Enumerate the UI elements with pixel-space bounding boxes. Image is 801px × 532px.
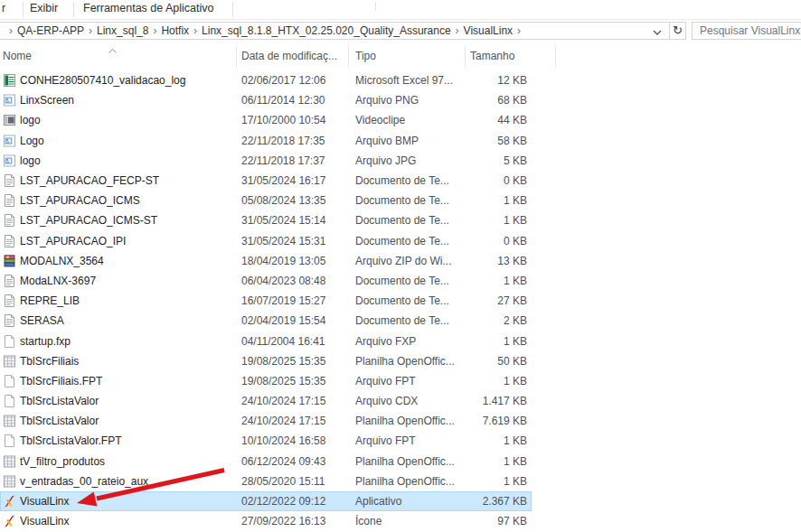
name-cell: LST_APURACAO_ICMS <box>20 194 241 207</box>
column-separator[interactable] <box>348 45 349 67</box>
column-separator[interactable] <box>555 45 556 67</box>
type-cell: Documento de Te... <box>355 235 465 247</box>
table-row[interactable]: LinxScreen06/11/2014 12:30Arquivo PNG68 … <box>0 90 532 110</box>
table-row[interactable]: tV_filtro_produtos06/12/2024 09:43Planil… <box>0 452 532 471</box>
type-cell: Planilha OpenOffic... <box>355 455 465 468</box>
table-row[interactable]: ModaLNX-369706/04/2023 08:48Documento de… <box>0 271 532 291</box>
type-cell: Arquivo JPG <box>355 154 465 167</box>
table-row[interactable]: TblSrcListaValor24/10/2024 17:15Planilha… <box>0 411 532 431</box>
date-cell: 10/10/2024 16:58 <box>241 434 355 447</box>
table-row[interactable]: TblSrcFiliais.FPT19/08/2025 15:35Arquivo… <box>0 371 532 391</box>
table-row[interactable]: SERASA02/04/2019 15:54Documento de Te...… <box>0 311 532 331</box>
breadcrumb-separator: › <box>9 24 13 37</box>
menu-item-ferramentas-de-aplicativo[interactable]: Ferramentas de Aplicativo <box>83 1 214 15</box>
date-cell: 18/04/2019 13:05 <box>241 255 355 267</box>
table-row[interactable]: LST_APURACAO_ICMS05/08/2024 13:35Documen… <box>0 191 532 210</box>
name-cell: v_entradas_00_rateio_aux <box>20 475 241 488</box>
size-cell: 1 KB <box>465 434 527 447</box>
type-cell: Arquivo BMP <box>355 135 465 147</box>
date-cell: 22/11/2018 17:35 <box>241 135 355 147</box>
table-row[interactable]: TblSrcListaValor.FPT10/10/2024 16:58Arqu… <box>0 431 532 451</box>
blank-icon <box>0 395 20 407</box>
name-cell: TblSrcListaValor <box>20 415 241 427</box>
date-cell: 19/08/2025 15:35 <box>241 355 355 368</box>
date-cell: 19/08/2025 15:35 <box>241 375 355 387</box>
type-cell: Documento de Te... <box>355 294 465 307</box>
size-cell: 7.619 KB <box>465 415 527 427</box>
table-row[interactable]: LST_APURACAO_IPI31/05/2024 15:31Document… <box>0 231 532 251</box>
calc-icon <box>0 455 20 468</box>
type-cell: Planilha OpenOffic... <box>355 415 465 427</box>
table-row[interactable]: LST_APURACAO_ICMS-ST31/05/2024 15:14Docu… <box>0 210 532 230</box>
size-cell: 13 KB <box>465 255 527 267</box>
textdoc-icon <box>0 314 20 327</box>
table-row[interactable]: VisualLinx27/09/2022 16:13Ícone97 KB <box>0 511 532 531</box>
menu-divider <box>232 2 233 17</box>
type-cell: Documento de Te... <box>355 194 465 207</box>
breadcrumb: ›QA-ERP-APP›Linx_sql_8›Hotfix›Linx_sql_8… <box>5 23 525 39</box>
name-cell: tV_filtro_produtos <box>20 455 241 468</box>
size-cell: 1 KB <box>465 214 527 227</box>
calc-icon <box>0 415 20 427</box>
date-cell: 17/10/2000 10:54 <box>241 114 355 126</box>
table-row[interactable]: TblSrcFiliais19/08/2025 15:35Planilha Op… <box>0 351 532 371</box>
breadcrumb-item[interactable]: Linx_sql_8 <box>97 24 148 37</box>
refresh-icon: ↻ <box>673 23 683 37</box>
menu-item-exibir[interactable]: Exibir <box>30 1 58 15</box>
table-row[interactable]: LST_APURACAO_FECP-ST31/05/2024 16:17Docu… <box>0 171 532 191</box>
type-cell: Documento de Te... <box>355 314 465 327</box>
size-cell: 68 KB <box>465 94 527 107</box>
size-cell: 5 KB <box>465 154 527 167</box>
breadcrumb-item[interactable]: Hotfix <box>161 24 189 37</box>
winrar-icon <box>0 255 20 267</box>
date-cell: 02/12/2022 09:12 <box>241 495 355 508</box>
size-cell: 1 KB <box>465 275 527 287</box>
image-icon <box>0 94 20 107</box>
date-cell: 06/04/2023 08:48 <box>241 275 355 287</box>
search-input[interactable] <box>692 22 801 40</box>
type-cell: Documento de Te... <box>355 214 465 227</box>
breadcrumb-item[interactable]: Linx_sql_8.1.8_HTX_02.25.020_Quality_Ass… <box>202 24 451 37</box>
size-cell: 50 KB <box>465 355 527 368</box>
date-cell: 27/09/2022 16:13 <box>241 515 355 527</box>
type-cell: Arquivo ZIP do Wi... <box>355 255 465 267</box>
name-cell: VisualLinx <box>20 495 241 508</box>
table-row[interactable]: v_entradas_00_rateio_aux28/05/2020 15:11… <box>0 471 532 491</box>
column-header-data[interactable]: Data de modificaç... <box>241 43 337 69</box>
size-cell: 12 KB <box>465 74 527 87</box>
column-header-tamanho[interactable]: Tamanho <box>470 43 514 69</box>
size-cell: 58 KB <box>465 135 527 147</box>
name-cell: TblSrcListaValor.FPT <box>20 434 241 447</box>
date-cell: 31/05/2024 15:31 <box>241 235 355 247</box>
table-row[interactable]: VisualLinx02/12/2022 09:12Aplicativo2.36… <box>0 491 532 511</box>
name-cell: LST_APURACAO_IPI <box>20 235 241 247</box>
blank-icon <box>0 335 20 348</box>
date-cell: 02/04/2019 15:54 <box>241 314 355 327</box>
type-cell: Ícone <box>355 515 465 527</box>
table-row[interactable]: TblSrcListaValor24/10/2024 17:15Arquivo … <box>0 391 532 411</box>
refresh-button[interactable]: ↻ <box>670 23 685 39</box>
menu-item-fragment[interactable]: r <box>2 1 5 15</box>
name-cell: CONHE280507410_validacao_log <box>20 74 241 87</box>
table-row[interactable]: startup.fxp04/11/2004 16:41Arquivo FXP1 … <box>0 331 532 350</box>
table-row[interactable]: MODALNX_356418/04/2019 13:05Arquivo ZIP … <box>0 251 532 271</box>
size-cell: 97 KB <box>465 515 527 527</box>
table-row[interactable]: REPRE_LIB16/07/2019 15:27Documento de Te… <box>0 291 532 311</box>
table-row[interactable]: logo17/10/2000 10:54Videoclipe44 KB <box>0 110 532 130</box>
column-header-tipo[interactable]: Tipo <box>355 43 376 69</box>
breadcrumb-item[interactable]: QA-ERP-APP <box>17 24 84 37</box>
column-separator[interactable] <box>465 45 466 67</box>
table-row[interactable]: CONHE280507410_validacao_log02/06/2017 1… <box>0 70 532 90</box>
date-cell: 06/12/2024 09:43 <box>241 455 355 468</box>
column-separator[interactable] <box>236 45 237 67</box>
image-icon <box>0 135 20 147</box>
table-row[interactable]: logo22/11/2018 17:37Arquivo JPG5 KB <box>0 151 532 171</box>
textdoc-icon <box>0 174 20 187</box>
breadcrumb-item[interactable]: VisualLinx <box>464 24 513 37</box>
column-header-nome[interactable]: Nome <box>3 43 32 69</box>
size-cell: 44 KB <box>465 114 527 126</box>
address-dropdown-button[interactable] <box>646 23 668 39</box>
date-cell: 22/11/2018 17:37 <box>241 154 355 167</box>
size-cell: 1.417 KB <box>465 395 527 407</box>
table-row[interactable]: Logo22/11/2018 17:35Arquivo BMP58 KB <box>0 131 532 151</box>
